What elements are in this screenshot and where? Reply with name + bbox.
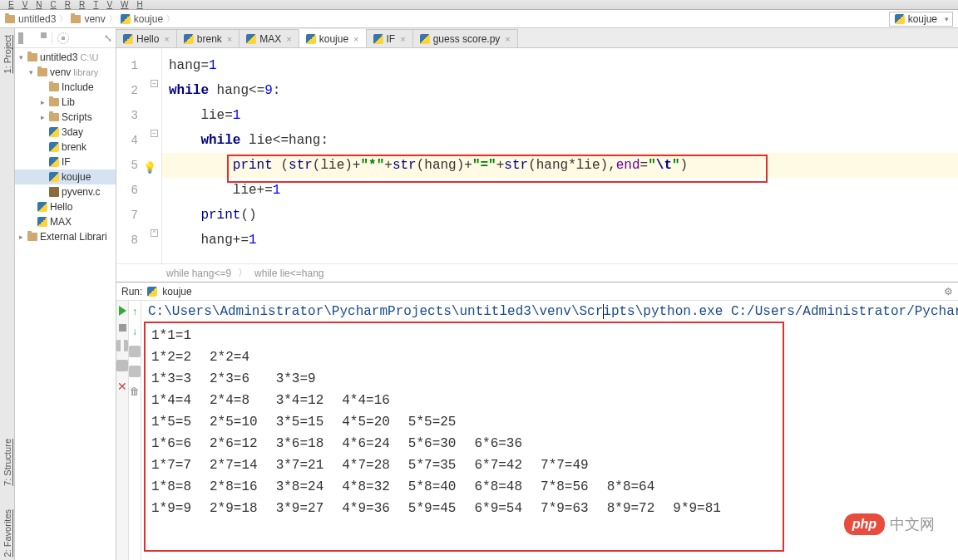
tab-hello[interactable]: Hello× bbox=[116, 29, 177, 47]
structure-breadcrumb[interactable]: while hang<=9〉while lie<=hang bbox=[116, 263, 958, 282]
fold-icon[interactable]: − bbox=[151, 130, 158, 137]
fold-unfold-icon[interactable]: ⌃ bbox=[151, 229, 158, 237]
editor-tabs: Hello×brenk×MAX×koujue×IF×guess score.py… bbox=[116, 28, 958, 48]
table-cell: 1*4=4 bbox=[150, 391, 206, 410]
table-cell: 1*2=2 bbox=[150, 347, 206, 367]
table-cell: 6*8=48 bbox=[472, 477, 537, 497]
tree-item-pyvenv.c[interactable]: pyvenv.c bbox=[15, 184, 116, 199]
menu-bar-fragment: EVNCRRTVWH bbox=[0, 0, 958, 10]
tree-item-3day[interactable]: 3day bbox=[15, 125, 116, 140]
table-cell: 7*9=63 bbox=[539, 499, 604, 518]
print-icon[interactable] bbox=[129, 366, 141, 377]
project-toolwindow-tab[interactable]: 1: Project bbox=[2, 35, 12, 73]
chevron-right-icon: 〉 bbox=[109, 13, 117, 25]
tab-guess-score-py[interactable]: guess score.py× bbox=[412, 29, 518, 47]
project-panel: ⤡ ▾untitled3 C:\U▾venv libraryInclude▸Li… bbox=[15, 28, 116, 560]
breadcrumb-file[interactable]: koujue bbox=[121, 13, 163, 25]
close-icon[interactable]: × bbox=[400, 34, 405, 44]
favorites-toolwindow-tab[interactable]: 2: Favorites bbox=[2, 509, 12, 557]
run-label: Run: bbox=[121, 286, 142, 297]
code-editor[interactable]: hang=1 while hang<=9: lie=1 while lie<=h… bbox=[162, 48, 958, 263]
tree-item-hello[interactable]: Hello bbox=[15, 199, 116, 214]
table-cell: 2*9=18 bbox=[208, 499, 273, 518]
close-icon[interactable]: × bbox=[164, 34, 169, 44]
breadcrumb-root[interactable]: untitled3 bbox=[5, 13, 56, 25]
chevron-right-icon: 〉 bbox=[166, 13, 175, 25]
table-cell: 1*6=6 bbox=[150, 434, 206, 454]
chevron-right-icon: 〉 bbox=[59, 13, 67, 25]
fold-icon[interactable]: − bbox=[151, 80, 158, 87]
python-icon bbox=[121, 14, 131, 24]
gear-icon[interactable] bbox=[57, 32, 69, 44]
bulb-icon[interactable]: 💡 bbox=[143, 156, 156, 181]
tree-item-venv[interactable]: ▾venv library bbox=[15, 65, 116, 80]
watermark: php 中文网 bbox=[844, 513, 935, 535]
select-target-icon[interactable] bbox=[35, 32, 47, 44]
table-cell: 2*4=8 bbox=[208, 391, 273, 410]
close-icon[interactable]: × bbox=[286, 34, 291, 44]
tree-item-untitled3[interactable]: ▾untitled3 C:\U bbox=[15, 50, 116, 65]
close-icon[interactable]: × bbox=[505, 34, 510, 44]
table-cell: 7*7=49 bbox=[539, 455, 604, 475]
tab-if[interactable]: IF× bbox=[366, 29, 413, 47]
close-icon[interactable]: ✕ bbox=[117, 380, 127, 393]
table-cell: 7*8=56 bbox=[539, 477, 604, 497]
table-cell: 1*1=1 bbox=[150, 326, 206, 346]
pause-icon[interactable] bbox=[116, 340, 128, 351]
tree-item-koujue[interactable]: koujue bbox=[15, 169, 116, 184]
close-icon[interactable]: × bbox=[227, 34, 232, 44]
table-cell: 4*7=28 bbox=[340, 455, 405, 475]
show-views-icon[interactable] bbox=[18, 32, 30, 44]
tree-item-max[interactable]: MAX bbox=[15, 214, 116, 229]
table-cell: 3*7=21 bbox=[274, 455, 339, 475]
folder-icon bbox=[71, 15, 81, 23]
down-icon[interactable]: ↓ bbox=[132, 326, 137, 337]
table-cell: 1*3=3 bbox=[150, 369, 206, 389]
soft-wrap-icon[interactable] bbox=[129, 346, 141, 357]
table-cell: 1*7=7 bbox=[150, 455, 206, 475]
table-cell: 1*8=8 bbox=[150, 477, 206, 497]
table-cell: 5*9=45 bbox=[407, 499, 472, 518]
tree-item-external librari[interactable]: ▸External Librari bbox=[15, 229, 116, 244]
tab-koujue[interactable]: koujue× bbox=[299, 29, 367, 47]
tree-item-lib[interactable]: ▸Lib bbox=[15, 95, 116, 110]
watermark-badge: php bbox=[844, 513, 885, 535]
stop-icon[interactable] bbox=[119, 324, 126, 332]
table-cell: 2*7=14 bbox=[208, 455, 273, 475]
table-cell: 9*9=81 bbox=[671, 499, 736, 518]
table-cell: 4*5=20 bbox=[340, 412, 405, 432]
project-toolbar: ⤡ bbox=[15, 28, 116, 48]
tab-brenk[interactable]: brenk× bbox=[176, 29, 240, 47]
structure-toolwindow-tab[interactable]: 7: Structure bbox=[2, 439, 12, 486]
collapse-icon[interactable]: ⤡ bbox=[104, 32, 112, 44]
tree-item-brenk[interactable]: brenk bbox=[15, 140, 116, 155]
table-cell: 1*9=9 bbox=[150, 499, 206, 518]
close-icon[interactable]: × bbox=[353, 34, 358, 44]
table-cell: 6*7=42 bbox=[472, 455, 537, 475]
up-icon[interactable]: ↑ bbox=[132, 306, 137, 317]
table-cell: 2*5=10 bbox=[208, 412, 273, 432]
table-cell: 8*8=64 bbox=[605, 477, 670, 497]
table-cell: 2*2=4 bbox=[208, 347, 273, 367]
table-cell: 3*9=27 bbox=[274, 499, 339, 518]
run-toolwindow: Run: koujue ⚙ ✕ ↑ ↓ bbox=[116, 282, 958, 560]
tab-max[interactable]: MAX× bbox=[239, 29, 299, 47]
delete-icon[interactable]: 🗑 bbox=[130, 386, 140, 397]
console-output[interactable]: C:\Users\Administrator\PycharmProjects\u… bbox=[141, 301, 958, 560]
console-command: C:\Users\Administrator\PycharmProjects\u… bbox=[148, 304, 958, 319]
table-cell: 6*9=54 bbox=[472, 499, 537, 518]
breadcrumb-folder[interactable]: venv bbox=[71, 13, 105, 25]
run-config-selector[interactable]: koujue bbox=[889, 12, 953, 27]
exit-icon[interactable] bbox=[116, 360, 128, 371]
gear-icon[interactable]: ⚙ bbox=[944, 286, 953, 297]
project-tree[interactable]: ▾untitled3 C:\U▾venv libraryInclude▸Lib▸… bbox=[15, 48, 116, 560]
line-number-gutter[interactable]: 💡 − − ⌃ 12345678 bbox=[116, 48, 162, 263]
navigation-bar: untitled3 〉 venv 〉 koujue 〉 koujue bbox=[0, 10, 958, 28]
table-cell: 3*3=9 bbox=[274, 369, 339, 389]
table-cell: 2*6=12 bbox=[208, 434, 273, 454]
rerun-icon[interactable] bbox=[119, 306, 126, 316]
tree-item-if[interactable]: IF bbox=[15, 155, 116, 169]
python-icon bbox=[895, 14, 905, 24]
tree-item-scripts[interactable]: ▸Scripts bbox=[15, 110, 116, 125]
tree-item-include[interactable]: Include bbox=[15, 80, 116, 95]
